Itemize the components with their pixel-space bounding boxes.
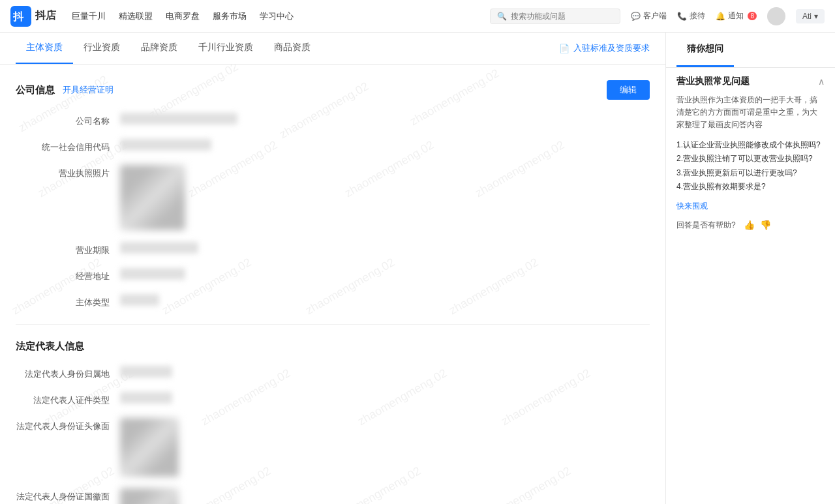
company-name-value <box>120 113 650 126</box>
open-cert-link[interactable]: 开具经营证明 <box>63 84 114 96</box>
logo-icon: 抖 <box>10 6 31 27</box>
faq-description: 营业执照作为主体资质的一把手大哥，搞清楚它的方方面面可谓是重中之重，为大家整理了… <box>676 94 825 132</box>
legal-id-type-row: 法定代表人证件类型 <box>16 392 650 406</box>
edit-button[interactable]: 编辑 <box>607 80 650 100</box>
company-name-row: 公司名称 <box>16 113 650 127</box>
faq-feedback: 回答是否有帮助? 👍 👎 <box>676 220 825 231</box>
customer-service-icon: 💬 <box>631 12 641 21</box>
nav-item-jingxuan[interactable]: 精选联盟 <box>119 10 153 22</box>
nav-menu: 巨量千川 精选联盟 电商罗盘 服务市场 学习中心 <box>72 10 479 22</box>
thumbs-down-icon[interactable]: 👎 <box>760 220 771 230</box>
nav-item-xuexi[interactable]: 学习中心 <box>260 10 294 22</box>
notification-badge: 8 <box>748 12 757 20</box>
faq-item-2[interactable]: 2.营业执照注销了可以更改营业执照吗? <box>676 152 825 166</box>
legal-id-back-row: 法定代表人身份证国徽面 <box>16 488 650 504</box>
legal-domicile-row: 法定代表人身份归属地 <box>16 366 650 380</box>
content-area: 主体资质 行业资质 品牌资质 千川行业资质 商品资质 📄 入驻标准及资质要求 z… <box>0 33 665 504</box>
document-icon: 📄 <box>559 44 569 53</box>
faq-list: 1.认证企业营业执照能修改成个体执照吗? 2.营业执照注销了可以更改营业执照吗?… <box>676 138 825 194</box>
faq-title-row: 营业执照常见问题 ∧ <box>676 76 825 87</box>
legal-id-front-image <box>120 418 179 477</box>
header: 抖 抖店 巨量千川 精选联盟 电商罗盘 服务市场 学习中心 🔍 💬 客户端 📞 … <box>0 0 835 33</box>
feedback-label: 回答是否有帮助? <box>676 220 736 231</box>
search-bar[interactable]: 🔍 <box>490 8 620 24</box>
legal-id-type-value <box>120 392 650 406</box>
faq-section: 营业执照常见问题 ∧ 营业执照作为主体资质的一把手大哥，搞清楚它的方方面面可谓是… <box>666 68 835 239</box>
tabs-bar: 主体资质 行业资质 品牌资质 千川行业资质 商品资质 📄 入驻标准及资质要求 <box>0 33 665 65</box>
faq-item-4[interactable]: 4.营业执照有效期要求是? <box>676 180 825 194</box>
business-address-row: 经营地址 <box>16 268 650 282</box>
legal-id-front-label: 法定代表人身份证头像面 <box>16 418 120 432</box>
sidebar-header-wrap: 猜你想问 <box>666 33 835 68</box>
user-menu[interactable]: Ati ▾ <box>796 9 825 23</box>
nav-item-jiliang[interactable]: 巨量千川 <box>72 10 106 22</box>
faq-item-3[interactable]: 3.营业执照更新后可以进行更改吗? <box>676 166 825 181</box>
entity-type-blurred <box>120 294 159 306</box>
faq-more-link[interactable]: 快来围观 <box>676 201 825 212</box>
entity-type-value <box>120 294 650 308</box>
license-photo-label: 营业执照照片 <box>16 165 120 179</box>
page-content: zhaomengmeng.02 zhaomengmeng.02 zhaomeng… <box>0 65 665 504</box>
search-icon: 🔍 <box>497 12 507 21</box>
notification-icon: 🔔 <box>716 12 725 21</box>
header-actions: 💬 客户端 📞 接待 🔔 通知 8 Ati ▾ <box>631 7 825 25</box>
logo-text: 抖店 <box>35 9 56 23</box>
legal-id-back-label: 法定代表人身份证国徽面 <box>16 488 120 503</box>
business-period-label: 营业期限 <box>16 242 120 256</box>
tab-qianchuan[interactable]: 千川行业资质 <box>188 33 264 64</box>
business-address-value <box>120 268 650 282</box>
company-name-blurred <box>120 113 237 125</box>
customer-service-label: 客户端 <box>643 10 667 22</box>
thumbs-up-icon[interactable]: 👍 <box>744 220 755 230</box>
legal-id-type-blurred <box>120 392 172 404</box>
company-section-title: 公司信息 开具经营证明 编辑 <box>16 80 650 100</box>
legal-id-front-value <box>120 418 650 477</box>
feedback-icons: 👍 👎 <box>744 220 771 230</box>
faq-title: 营业执照常见问题 <box>676 76 750 87</box>
license-photo-row: 营业执照照片 <box>16 165 650 230</box>
svg-text:抖: 抖 <box>12 11 24 22</box>
faq-item-1[interactable]: 1.认证企业营业执照能修改成个体执照吗? <box>676 138 825 153</box>
notification-btn[interactable]: 🔔 通知 8 <box>716 10 757 22</box>
license-photo-value <box>120 165 650 230</box>
entrance-standards-link[interactable]: 📄 入驻标准及资质要求 <box>559 42 650 54</box>
entrance-link-text: 入驻标准及资质要求 <box>573 42 650 54</box>
collapse-icon[interactable]: ∧ <box>818 76 825 87</box>
chevron-down-icon: ▾ <box>814 12 818 21</box>
license-photo-image <box>120 165 185 230</box>
legal-id-front-row: 法定代表人身份证头像面 <box>16 418 650 477</box>
main-wrapper: 主体资质 行业资质 品牌资质 千川行业资质 商品资质 📄 入驻标准及资质要求 z… <box>0 33 835 504</box>
credit-code-row: 统一社会信用代码 <box>16 139 650 153</box>
search-input[interactable] <box>511 12 613 21</box>
sidebar-panel: 猜你想问 营业执照常见问题 ∧ 营业执照作为主体资质的一把手大哥，搞清楚它的方方… <box>665 33 835 504</box>
tabs-list: 主体资质 行业资质 品牌资质 千川行业资质 商品资质 <box>16 33 559 64</box>
credit-code-value <box>120 139 650 153</box>
legal-id-back-image <box>120 488 179 504</box>
avatar <box>767 7 785 25</box>
legal-section-title: 法定代表人信息 <box>16 340 650 353</box>
sidebar-header: 猜你想问 <box>676 33 734 67</box>
connect-btn[interactable]: 📞 接待 <box>677 10 705 22</box>
credit-code-blurred <box>120 139 211 151</box>
nav-item-fuwu[interactable]: 服务市场 <box>213 10 247 22</box>
logo[interactable]: 抖 抖店 <box>10 6 56 27</box>
business-period-value <box>120 242 650 256</box>
entity-type-label: 主体类型 <box>16 294 120 308</box>
customer-service-btn[interactable]: 💬 客户端 <box>631 10 667 22</box>
tab-pinpai[interactable]: 品牌资质 <box>130 33 188 64</box>
notification-label: 通知 <box>728 10 744 22</box>
nav-item-luopan[interactable]: 电商罗盘 <box>166 10 200 22</box>
legal-id-type-label: 法定代表人证件类型 <box>16 392 120 406</box>
business-period-row: 营业期限 <box>16 242 650 256</box>
credit-code-label: 统一社会信用代码 <box>16 139 120 153</box>
connect-label: 接待 <box>690 10 705 22</box>
tab-shangpin[interactable]: 商品资质 <box>264 33 321 64</box>
tab-hangye[interactable]: 行业资质 <box>73 33 130 64</box>
connect-icon: 📞 <box>677 12 687 21</box>
entity-type-row: 主体类型 <box>16 294 650 308</box>
legal-domicile-label: 法定代表人身份归属地 <box>16 366 120 380</box>
business-address-blurred <box>120 268 185 280</box>
legal-domicile-blurred <box>120 366 172 378</box>
legal-domicile-value <box>120 366 650 379</box>
tab-zhuti[interactable]: 主体资质 <box>16 33 73 64</box>
